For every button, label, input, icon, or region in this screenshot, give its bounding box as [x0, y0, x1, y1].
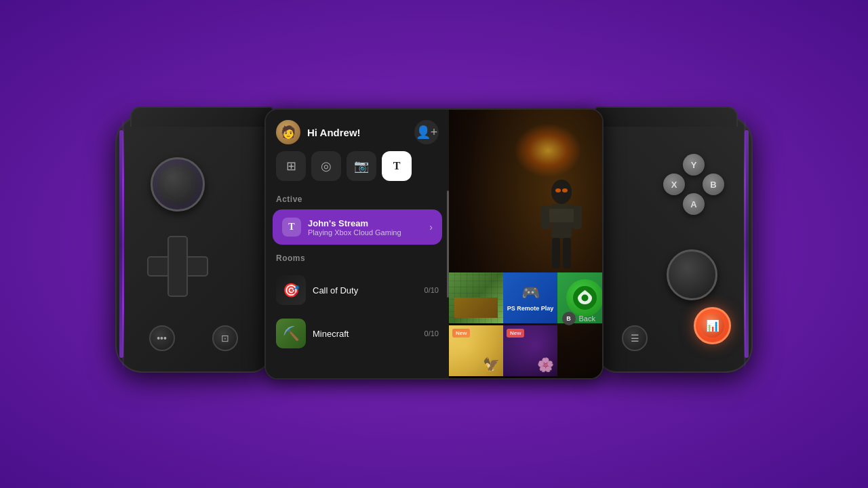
dots-icon: •••	[157, 333, 167, 344]
back-b-circle: B	[562, 312, 576, 325]
right-controller: Y X B A 📊 ☰	[597, 115, 753, 373]
ps-controller-icon: 🎮	[521, 284, 540, 302]
svg-rect-4	[552, 238, 560, 268]
dots-button[interactable]: •••	[149, 325, 175, 351]
booom-inner: 📊	[701, 314, 724, 338]
phone-screen: 🧑 Hi Andrew! 👤+ ⊞ ◎ 📷	[264, 108, 604, 380]
right-glow-strip	[744, 117, 746, 371]
game-background: 🎮 PS Remote Play	[449, 110, 602, 378]
svg-point-7	[555, 188, 561, 192]
avatar-emoji: 🧑	[281, 125, 296, 140]
xbox-logo	[566, 279, 603, 317]
y-button[interactable]: Y	[683, 154, 705, 176]
minecraft-thumbnail: ⛏️	[276, 319, 306, 348]
panel-header: 🧑 Hi Andrew! 👤+	[266, 110, 449, 151]
svg-rect-6	[549, 209, 574, 222]
back-button-overlay: B Back	[562, 312, 595, 325]
left-glow-strip	[122, 117, 124, 371]
unknown-game-tile-1[interactable]: New 🦅	[449, 325, 503, 376]
x-label: X	[671, 180, 677, 190]
stream-card-left: T John's Stream Playing Xbox Cloud Gamin…	[282, 218, 401, 237]
xbox-logo-svg	[573, 286, 597, 310]
cod-name: Call of Duty	[313, 285, 418, 296]
unknown-game-tile-2[interactable]: New 🌸	[503, 325, 557, 376]
right-thumbstick[interactable]	[667, 249, 717, 300]
twitch-t-icon: T	[288, 222, 294, 232]
screenshot-button[interactable]: ⊡	[212, 325, 238, 351]
minecraft-info: Minecraft	[313, 329, 418, 339]
stream-subtitle: Playing Xbox Cloud Gaming	[308, 228, 401, 237]
empty-space	[557, 325, 602, 378]
back-b-label: B	[566, 315, 571, 322]
greeting-text: Hi Andrew!	[307, 127, 361, 138]
panel-scrollbar[interactable]	[447, 190, 449, 298]
minecraft-game-tile[interactable]	[449, 272, 503, 323]
x-button[interactable]: X	[663, 174, 685, 195]
a-label: A	[690, 199, 696, 209]
ps-label: PS Remote Play	[507, 305, 554, 312]
explosion-effect	[514, 123, 582, 178]
abxy-cluster: Y X B A	[663, 154, 724, 215]
screenshot-icon: ⊡	[221, 333, 229, 344]
booom-button[interactable]: 📊	[694, 307, 731, 344]
left-thumbstick[interactable]	[151, 157, 205, 211]
y-label: Y	[691, 160, 697, 170]
ps-game-tile[interactable]: 🎮 PS Remote Play	[503, 272, 557, 323]
svg-rect-5	[563, 238, 571, 268]
soldier-svg	[534, 178, 589, 273]
left-bottom-buttons: ••• ⊡	[117, 325, 270, 351]
game-grid-row2: New 🦅 New 🌸	[449, 325, 602, 378]
chevron-right-icon: ›	[429, 222, 433, 232]
camera-button[interactable]: 📷	[347, 151, 376, 181]
minecraft-icon: ⛏️	[283, 325, 300, 342]
svg-point-10	[581, 295, 588, 302]
svg-point-8	[562, 188, 568, 192]
minecraft-name: Minecraft	[313, 329, 418, 339]
game-controller-icon: ⊞	[286, 159, 296, 174]
header-user: 🧑 Hi Andrew!	[276, 120, 361, 144]
cod-icon: 🎯	[283, 282, 300, 298]
cod-info: Call of Duty	[313, 285, 418, 296]
right-shoulder-button[interactable]	[595, 106, 738, 127]
hamburger-menu-button[interactable]: ☰	[622, 325, 648, 351]
left-shoulder-button[interactable]	[130, 106, 273, 127]
mc-dirt	[454, 298, 498, 318]
left-panel: 🧑 Hi Andrew! 👤+ ⊞ ◎ 📷	[266, 110, 449, 378]
minecraft-count: 0/10	[425, 329, 439, 338]
cod-count: 0/10	[425, 286, 439, 294]
svg-rect-3	[572, 205, 582, 229]
camera-icon: 📷	[354, 159, 369, 174]
tile1-icon: 🦅	[483, 357, 500, 373]
active-section-label: Active	[266, 191, 449, 209]
dpad[interactable]	[147, 236, 208, 297]
stream-card[interactable]: T John's Stream Playing Xbox Cloud Gamin…	[273, 209, 442, 245]
hamburger-icon: ☰	[631, 333, 639, 344]
stream-name: John's Stream	[308, 218, 401, 228]
game-controller-button[interactable]: ⊞	[276, 151, 306, 181]
add-friend-icon: 👤+	[416, 125, 438, 140]
controller-wrapper: ••• ⊡ 🧑 Hi Andrew! 👤+	[108, 95, 760, 393]
avatar: 🧑	[276, 120, 300, 144]
cod-thumbnail: 🎯	[276, 275, 306, 305]
b-label: B	[710, 180, 716, 190]
twitch-stream-icon: T	[282, 218, 301, 237]
rooms-section-label: Rooms	[266, 250, 449, 268]
booom-icon: 📊	[706, 319, 719, 332]
back-label: Back	[579, 314, 595, 323]
a-button[interactable]: A	[683, 193, 705, 215]
svg-rect-2	[541, 205, 551, 229]
room-item-minecraft[interactable]: ⛏️ Minecraft 0/10	[266, 312, 449, 355]
target-icon: ◎	[321, 159, 332, 174]
target-button[interactable]: ◎	[311, 151, 341, 181]
b-button[interactable]: B	[703, 174, 724, 195]
svg-point-0	[551, 180, 572, 204]
soldier-character	[534, 178, 589, 273]
action-buttons-row: ⊞ ◎ 📷 T	[266, 151, 449, 191]
add-friend-button[interactable]: 👤+	[414, 120, 439, 144]
left-controller: ••• ⊡	[115, 115, 271, 373]
room-item-cod[interactable]: 🎯 Call of Duty 0/10	[266, 268, 449, 312]
stream-info: John's Stream Playing Xbox Cloud Gaming	[308, 218, 401, 237]
twitch-button[interactable]: T	[382, 151, 412, 181]
tile2-icon: 🌸	[537, 357, 554, 373]
dpad-vertical[interactable]	[167, 236, 188, 297]
